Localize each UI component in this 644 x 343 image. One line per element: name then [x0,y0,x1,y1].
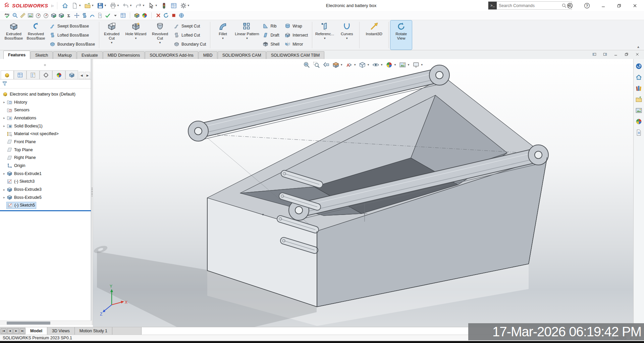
dropdown-caret-icon[interactable]: ▼ [129,4,132,7]
expand-arrow-icon[interactable]: ▸ [2,100,7,104]
search-scope-icon[interactable]: >_ [488,2,497,9]
previous-view-button[interactable] [322,61,329,68]
dropdown-caret-icon[interactable]: ▼ [407,64,410,66]
markup-button[interactable] [27,12,34,19]
dropdown-caret-icon[interactable]: ▼ [78,4,81,7]
expand-arrow-icon[interactable]: ▸ [2,172,7,175]
tree-item-annotations[interactable]: ▸AAnnotations [0,114,91,122]
rotate-view-button[interactable]: Rotate View [390,20,412,50]
open-button[interactable]: ▼ [83,2,95,10]
dropdown-caret-icon[interactable]: ▼ [110,41,113,44]
tree-item-electronic-and-battery-box--default-[interactable]: Electronic and battery box (Default) [0,90,91,98]
import-diagnostics-button[interactable]: ? [97,12,103,19]
redo-button[interactable]: ▼ [134,2,146,10]
tab-nav-button-2[interactable]: ▶ [13,328,19,334]
selection-check-button[interactable] [104,12,111,19]
tree-item-boss-extrude1[interactable]: ▸Boss-Extrude1 [0,170,91,178]
graphics-viewport[interactable]: ▼A▼▼▼▼▼▼ [93,59,633,327]
appearance-cube-button[interactable] [133,12,140,19]
doc-minimize-button[interactable] [612,51,619,57]
close-window-button[interactable] [631,2,639,9]
referenc-button[interactable]: Referenc...▼ [314,20,335,50]
brand-flyout-arrow[interactable]: ▷ [51,4,54,7]
edit-appearance-button[interactable]: ▼ [386,61,396,68]
tree-item-----sketch5[interactable]: (-) Sketch5 [0,202,91,210]
extra-pane-tab[interactable] [65,70,78,79]
extruded-bossbase-button[interactable]: Extruded Boss/Base [3,20,24,50]
tree-item-boss-extrude3[interactable]: ▸Boss-Extrude3 [0,185,91,193]
home-button[interactable] [61,2,69,10]
dimxpertmanager-tab[interactable] [40,70,53,79]
featuremanager-tab[interactable] [1,70,14,79]
dropdown-caret-icon[interactable]: ▼ [135,37,137,40]
dropdown-caret-icon[interactable]: ▼ [187,4,190,7]
tab-sketch[interactable]: Sketch [31,51,53,59]
expand-arrow-icon[interactable]: ▸ [2,195,7,199]
propertymanager-tab[interactable] [14,70,27,79]
pane-previous-button[interactable] [591,51,598,57]
dropdown-caret-icon[interactable]: ▼ [394,64,396,66]
doc-restore-button[interactable] [623,51,630,57]
refresh-preview-button[interactable] [163,12,169,19]
dropdown-caret-icon[interactable]: ▼ [323,37,326,40]
boundary-boss-base-button[interactable]: Boundary Boss/Base [49,40,96,48]
view-palette-button[interactable] [634,106,643,115]
help-button[interactable]: ? [583,2,591,10]
dropdown-caret-icon[interactable]: ▼ [380,64,383,66]
revolved-bossbase-button[interactable]: Revolved Boss/Base [25,20,47,50]
tree-item-front-plane[interactable]: Front Plane [0,138,91,146]
section-view-button[interactable]: ▼ [332,61,343,68]
rib-button[interactable]: Rib [262,22,280,30]
sensor-button[interactable] [43,12,49,19]
search-input[interactable] [497,3,561,8]
tree-item-history[interactable]: ▸History [0,98,91,106]
doc-tab-motion-study-1[interactable]: Motion Study 1 [75,327,112,335]
custom-properties-button[interactable] [634,128,643,137]
dropdown-caret-icon[interactable]: ▼ [340,64,343,66]
dropdown-caret-icon[interactable]: ▼ [155,4,158,7]
lofted-cut-button[interactable]: Lofted Cut [173,31,207,39]
account-button[interactable] [566,2,574,10]
zoom-to-area-button[interactable] [313,61,320,68]
options-button[interactable]: ▼ [179,2,191,10]
fillet-button[interactable]: Fillet▼ [212,20,233,50]
equations-button[interactable]: Σ [66,12,72,19]
display-style-button[interactable]: ▼ [359,61,370,68]
mirror-button[interactable]: Mirror [284,40,309,48]
panel-collapse-dot[interactable] [44,64,46,66]
apply-scene-button[interactable]: ▼ [399,61,410,68]
tree-item-sensors[interactable]: Sensors [0,106,91,114]
design-library-button[interactable] [634,84,643,93]
tab-mbd[interactable]: MBD [199,51,217,59]
3dexperience-button[interactable] [634,62,643,70]
search-commands-box[interactable]: >_ ▼ [488,1,572,10]
panel-tabs-scroll-left[interactable]: ◀ [79,72,84,79]
draft-button[interactable]: Draft [262,31,280,39]
zoom-to-fit-button[interactable] [303,61,310,68]
minimize-window-button[interactable] [600,2,607,9]
tab-nav-button-3[interactable]: ▶| [20,328,25,334]
tab-mbd-dimensions[interactable]: MBD Dimensions [103,51,145,59]
tree-item-right-plane[interactable]: Right Plane [0,154,91,162]
new-document-button[interactable]: ▼ [70,2,82,10]
scrollbar-thumb[interactable] [7,322,50,325]
restore-window-button[interactable] [615,2,623,9]
ribbon-collapse-chevron-icon[interactable]: ▲ [637,45,640,49]
measure-button[interactable] [19,12,26,19]
dropdown-caret-icon[interactable]: ▼ [91,4,94,7]
toolbar-flyout-button[interactable] [112,12,119,19]
hide-show-items-button[interactable]: ▼ [372,61,383,68]
performance-evaluation-button[interactable] [35,12,42,19]
dropdown-caret-icon[interactable]: ▼ [159,41,161,44]
tab-evaluate[interactable]: Evaluate [77,51,103,59]
close-markup-button[interactable] [155,12,162,19]
curves-button[interactable]: Curves▼ [336,20,358,50]
panel-horizontal-scrollbar[interactable] [0,321,91,325]
tree-item-material--not-specified-[interactable]: Material <not specified> [0,130,91,138]
doc-close-button[interactable] [634,51,641,57]
boundary-cut-button[interactable]: Boundary Cut [173,40,207,48]
displaymanager-tab[interactable] [52,70,65,79]
freeform-button[interactable] [81,12,88,19]
move-copy-bodies-button[interactable] [73,12,80,19]
configurationmanager-tab[interactable] [26,70,40,79]
